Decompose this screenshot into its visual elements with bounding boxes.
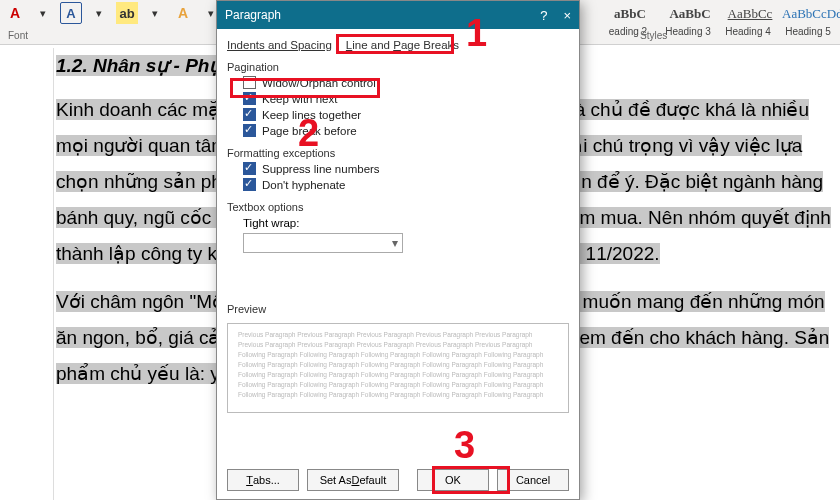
styles-group-label: Styles	[640, 30, 667, 41]
text-style-icon[interactable]: A	[60, 2, 82, 24]
dialog-buttons: Tabs... Set As Default OK Cancel	[227, 469, 569, 491]
ok-button[interactable]: OK	[417, 469, 489, 491]
style-heading5[interactable]: AaBbCcDd	[782, 1, 838, 27]
preview-label: Preview	[227, 303, 569, 315]
cancel-button[interactable]: Cancel	[497, 469, 569, 491]
tabs-button[interactable]: Tabs...	[227, 469, 299, 491]
font-group-label: Font	[8, 30, 28, 41]
help-icon[interactable]: ?	[540, 8, 547, 23]
vertical-ruler	[40, 48, 54, 500]
highlight-icon[interactable]: ab	[116, 2, 138, 24]
paragraph-dialog: Paragraph ? × Indents and Spacing Line a…	[216, 0, 580, 500]
tab-indents-spacing[interactable]: Indents and Spacing	[227, 37, 332, 53]
dialog-tabs: Indents and Spacing Line and Page Breaks	[227, 37, 569, 53]
style-labels: eading 2 Heading 3 Heading 4 Heading 5	[600, 26, 836, 37]
style-heading3[interactable]: AaBbC	[662, 1, 718, 27]
close-icon[interactable]: ×	[563, 8, 571, 23]
tight-wrap-row: Tight wrap:	[243, 217, 569, 229]
dropdown-icon[interactable]: ▾	[32, 2, 54, 24]
keep-with-next-row[interactable]: Keep with next	[243, 92, 569, 105]
keep-lines-together-row[interactable]: Keep lines together	[243, 108, 569, 121]
styles-gallery[interactable]: aBbC AaBbC AaBbCc AaBbCcDd	[602, 0, 838, 28]
checkbox-icon[interactable]	[243, 124, 256, 137]
font-color-red-icon[interactable]: A	[4, 2, 26, 24]
dialog-titlebar: Paragraph ? ×	[217, 1, 579, 29]
page-break-before-row[interactable]: Page break before	[243, 124, 569, 137]
formatting-exceptions-label: Formatting exceptions	[227, 147, 569, 159]
text-effects-icon[interactable]: A	[172, 2, 194, 24]
dialog-title: Paragraph	[225, 8, 281, 22]
dont-hyphenate-row[interactable]: Don't hyphenate	[243, 178, 569, 191]
checkbox-icon[interactable]	[243, 92, 256, 105]
widow-orphan-row[interactable]: Widow/Orphan control	[243, 76, 569, 89]
dialog-body: Indents and Spacing Line and Page Breaks…	[217, 29, 579, 499]
tight-wrap-label: Tight wrap:	[243, 217, 299, 229]
tight-wrap-select-row: ▾	[243, 233, 569, 253]
set-default-button[interactable]: Set As Default	[307, 469, 399, 491]
checkbox-icon[interactable]	[243, 178, 256, 191]
pagination-label: Pagination	[227, 61, 569, 73]
checkbox-icon[interactable]	[243, 76, 256, 89]
dropdown-icon[interactable]: ▾	[88, 2, 110, 24]
preview-box: Previous Paragraph Previous Paragraph Pr…	[227, 323, 569, 413]
style-heading2[interactable]: aBbC	[602, 1, 658, 27]
checkbox-icon[interactable]	[243, 108, 256, 121]
dropdown-icon[interactable]: ▾	[144, 2, 166, 24]
suppress-line-numbers-row[interactable]: Suppress line numbers	[243, 162, 569, 175]
checkbox-icon[interactable]	[243, 162, 256, 175]
style-heading4[interactable]: AaBbCc	[722, 1, 778, 27]
tab-line-page-breaks[interactable]: Line and Page Breaks	[346, 37, 459, 53]
tight-wrap-select[interactable]: ▾	[243, 233, 403, 253]
textbox-options-label: Textbox options	[227, 201, 569, 213]
